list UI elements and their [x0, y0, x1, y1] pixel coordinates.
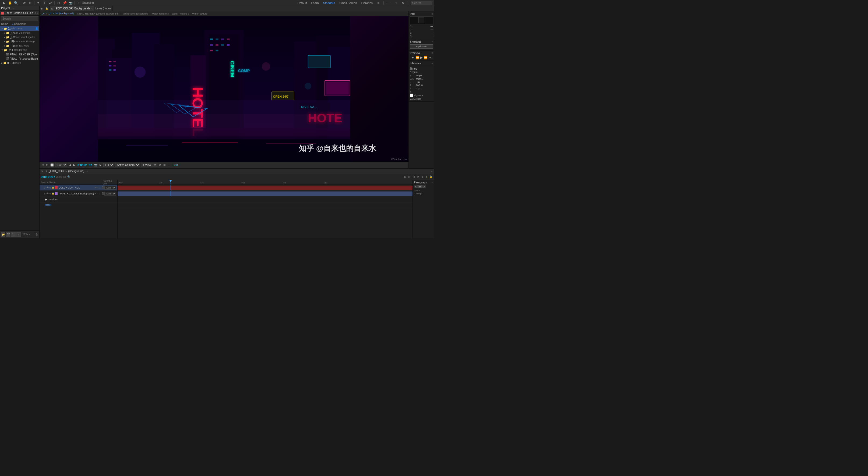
- toolbar-hand-icon[interactable]: ✋: [7, 1, 12, 5]
- viewer-btn-more[interactable]: ⋮: [167, 163, 171, 166]
- toolbar-rotate-icon[interactable]: ⟳: [22, 1, 27, 5]
- align-left-btn[interactable]: [414, 185, 417, 188]
- maximize-icon[interactable]: □: [393, 1, 398, 5]
- viewer-btn-snap[interactable]: ⊞: [41, 163, 44, 166]
- tree-item-others[interactable]: ▶ 📁 03. Others Ignore: [0, 61, 39, 65]
- sub-tab-4[interactable]: Water_texture 3: [150, 12, 170, 15]
- font-style[interactable]: Regular: [410, 71, 433, 73]
- ligature-checkbox[interactable]: [410, 94, 413, 97]
- preview-btn-first[interactable]: ⏮: [411, 56, 415, 59]
- layer-transform-row[interactable]: ▶ Transform: [39, 197, 117, 202]
- tree-item-final-render[interactable]: 🎬 FINAL_RENDER (Opener): [0, 52, 39, 57]
- col-comment-header[interactable]: Comment: [14, 23, 38, 26]
- tree-item-final-comp[interactable]: ▼ 📁 02. Final Comp Render This: [0, 48, 39, 52]
- trash-icon[interactable]: 🗑: [35, 233, 38, 236]
- viewer-btn-right[interactable]: ▶: [73, 163, 76, 166]
- toolbar-pin-icon[interactable]: 📌: [62, 1, 67, 5]
- toolbar-zoom-icon[interactable]: 🔍: [13, 1, 18, 5]
- viewer-btn-region[interactable]: ⬜: [50, 163, 54, 166]
- viewer-btn-camera-snap[interactable]: 📷: [94, 163, 98, 166]
- preview-btn-last[interactable]: ⏭: [428, 56, 432, 59]
- tl-current-time[interactable]: 0:00:01:07: [41, 175, 55, 179]
- tree-item-final-looped[interactable]: 🎬 FINAL_R...ooped Background): [0, 57, 39, 61]
- sub-tab-3[interactable]: MainScene Background: [122, 12, 150, 15]
- preview-btn-back[interactable]: ⏪: [415, 56, 420, 59]
- layer-parent-2[interactable]: None: [104, 192, 116, 195]
- comp-tab-options-1[interactable]: ≡: [90, 7, 92, 10]
- layer-switch-solo-1[interactable]: ⊕: [94, 186, 96, 189]
- quality-select[interactable]: Full Half Quarter: [103, 163, 114, 167]
- layer-switch-frame-2[interactable]: ⬚: [99, 192, 101, 195]
- workspace-libraries[interactable]: Libraries: [360, 1, 374, 5]
- layer-switch-solo-2[interactable]: ⊕: [94, 192, 96, 195]
- minimize-icon[interactable]: —: [386, 1, 391, 5]
- sub-tab-5[interactable]: Water_texture 2: [171, 12, 190, 15]
- shortcut-menu[interactable]: ≡: [432, 40, 433, 44]
- preview-btn-fwd[interactable]: ⏩: [424, 56, 428, 59]
- track-bar-2[interactable]: [118, 191, 412, 196]
- layer-row-1[interactable]: 1 👁 ◎ 🔒 COLOR CONTROL ⊕ fx ⬚ ⬛: [39, 185, 117, 191]
- sub-tab-6[interactable]: Water_texture: [191, 12, 209, 15]
- layer-switch-fx-2[interactable]: fx: [97, 192, 98, 195]
- layer-switch-fx-1[interactable]: fx: [97, 186, 98, 189]
- workspace-default[interactable]: Default: [297, 1, 308, 5]
- toolbar-shape-icon[interactable]: ◻: [56, 1, 61, 5]
- viewer-timecode[interactable]: 0:00:01:07: [77, 163, 93, 167]
- reset-button[interactable]: Reset: [45, 203, 52, 206]
- workspace-expand-icon[interactable]: »: [376, 1, 381, 5]
- tl-fx-btn[interactable]: fx: [412, 175, 415, 178]
- toolbar-select-icon[interactable]: ▶: [2, 1, 6, 5]
- layer-solo-1[interactable]: ◎: [49, 186, 51, 189]
- preview-menu[interactable]: ≡: [432, 52, 433, 56]
- comp-tab-controls[interactable]: ◉: [39, 6, 44, 11]
- layer-vis-1[interactable]: 👁: [46, 186, 49, 189]
- tl-adj-btn[interactable]: ⊕: [421, 175, 424, 178]
- align-center-btn[interactable]: [418, 185, 422, 188]
- tree-item-texts[interactable]: ▶ 📁 _TEXTS Edit Text Here: [0, 43, 39, 48]
- layer-solo-2[interactable]: ◎: [49, 192, 51, 195]
- comp-tab-lock[interactable]: 🔒: [44, 6, 50, 11]
- layer-row-2[interactable]: 2 👁 ◎ 🔒 FINAL_R...(Looped Background) ⊕ …: [39, 191, 117, 197]
- viewer-btn-3d[interactable]: ⊕: [158, 163, 162, 166]
- col-name-header[interactable]: Name: [1, 23, 12, 26]
- info-menu[interactable]: ≡: [432, 13, 433, 15]
- tree-item-color[interactable]: ▶ 📁 _COLOR Edit Color Here: [0, 31, 39, 35]
- layer-parent-1[interactable]: None: [104, 186, 116, 190]
- track-bar-1[interactable]: [118, 186, 412, 190]
- new-folder-icon[interactable]: 📁: [1, 232, 5, 237]
- new-comp-icon[interactable]: 🎬: [6, 232, 10, 237]
- sub-tab-2[interactable]: FINAL_RENDER (Looped Background): [76, 12, 121, 15]
- comp-tab-layer-none[interactable]: Layer (none): [94, 6, 113, 11]
- tl-marker-btn[interactable]: ♦: [425, 175, 428, 178]
- libraries-menu[interactable]: ≡: [432, 62, 433, 65]
- layer-lock-2[interactable]: 🔒: [52, 192, 54, 195]
- viewer-btn-layout[interactable]: ⊞: [163, 163, 166, 166]
- toolbar-pen-icon[interactable]: ✒: [36, 1, 41, 5]
- tree-item-logo[interactable]: ▶ 📁 _LOGO Place Your Logo He: [0, 35, 39, 39]
- tree-item-edit-comps[interactable]: ▼ 📁 01. Edit Comps Edit These 👤: [0, 26, 39, 31]
- tl-lock-btn[interactable]: 🔒: [429, 175, 433, 178]
- tl-search-btn[interactable]: 🔍: [67, 175, 71, 178]
- tl-motion-btn[interactable]: ⟳: [416, 175, 420, 178]
- viewer-btn-grid[interactable]: ⊟: [45, 163, 49, 166]
- new-solid-icon[interactable]: ⬛: [11, 232, 16, 237]
- toolbar-camera-icon[interactable]: 📷: [68, 1, 73, 5]
- toolbar-brush-icon[interactable]: 🖌: [48, 1, 53, 5]
- timeline-close[interactable]: ✕: [41, 170, 43, 173]
- workspace-standard[interactable]: Standard: [322, 1, 336, 5]
- layer-switch-3d-1[interactable]: ⬛: [102, 186, 104, 189]
- layer-switch-frame-1[interactable]: ⬚: [99, 186, 101, 189]
- sub-tab-active[interactable]: _EDIT_COLOR (Background): [41, 12, 75, 15]
- tl-comp-btn[interactable]: ⊞: [404, 175, 407, 178]
- effect-controls-arrow[interactable]: »: [37, 11, 38, 14]
- align-right-btn[interactable]: [423, 185, 426, 188]
- import-icon[interactable]: ↓: [17, 232, 21, 237]
- viewer-btn-left[interactable]: ◀: [68, 163, 71, 166]
- paragraph-menu[interactable]: ≡: [432, 181, 433, 184]
- workspace-learn[interactable]: Learn: [310, 1, 320, 5]
- comp-tab-main[interactable]: ⊞ _EDIT_COLOR (Background) ≡: [50, 6, 94, 11]
- font-name[interactable]: Times: [410, 67, 433, 70]
- search-input[interactable]: [411, 1, 432, 5]
- zoom-select[interactable]: 100% 50% 200%: [55, 163, 67, 167]
- toolbar-text-icon[interactable]: T: [42, 1, 47, 5]
